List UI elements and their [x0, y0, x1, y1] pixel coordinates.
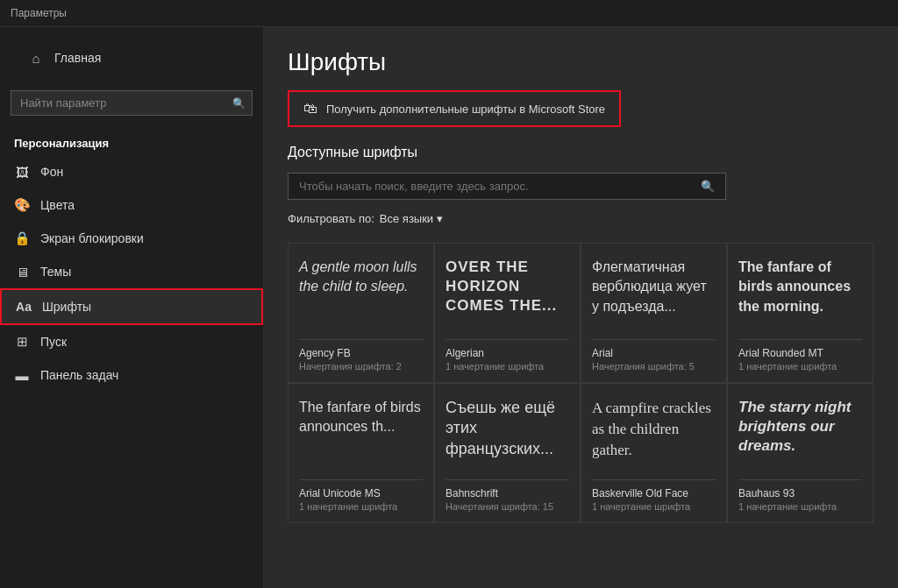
app-container: ⌂ Главная 🔍 Персонализация 🖼 Фон 🎨 Цвета… — [0, 27, 898, 588]
preview-text: Флегматичная верблюдица жует у подъезда.… — [592, 258, 716, 316]
home-icon: ⌂ — [28, 50, 44, 66]
fonts-grid: A gentle moon lulls the child to sleep. … — [288, 243, 873, 523]
font-name: Bauhaus 93 — [738, 487, 862, 499]
font-info: Baskerville Old Face 1 начертание шрифта — [592, 479, 716, 512]
font-info: Bauhaus 93 1 начертание шрифта — [738, 479, 862, 512]
sidebar-search-input[interactable] — [11, 90, 253, 116]
filter-value: Все языки — [380, 212, 433, 225]
sidebar-item-label: Пуск — [40, 335, 67, 349]
sidebar-home[interactable]: ⌂ Главная — [0, 27, 263, 83]
sidebar-item-label: Фон — [40, 165, 63, 179]
font-name: Bahnschrift — [445, 487, 569, 499]
preview-text: The fanfare of birds announces the morni… — [738, 258, 862, 316]
font-name: Agency FB — [299, 347, 423, 359]
sidebar-item-label: Экран блокировки — [40, 231, 144, 245]
preview-text: A campfire crackles as the children gath… — [592, 398, 716, 460]
sidebar-search-icon: 🔍 — [232, 97, 246, 110]
font-count: 1 начертание шрифта — [738, 361, 862, 372]
font-preview: The fanfare of birds announces the morni… — [738, 258, 862, 329]
font-card-agency-fb[interactable]: A gentle moon lulls the child to sleep. … — [288, 243, 434, 383]
font-count: 1 начертание шрифта — [592, 501, 716, 512]
ms-store-button[interactable]: 🛍 Получить дополнительные шрифты в Micro… — [288, 90, 621, 127]
font-name: Baskerville Old Face — [592, 487, 716, 499]
available-fonts-title: Доступные шрифты — [288, 145, 873, 160]
font-card-algerian[interactable]: OVER THE HORIZON COMES THE... Algerian 1… — [434, 243, 581, 383]
preview-text: OVER THE HORIZON COMES THE... — [445, 258, 569, 315]
sidebar-home-label: Главная — [54, 51, 101, 65]
fonts-icon: Aa — [16, 299, 32, 315]
sidebar-item-label: Цвета — [40, 198, 75, 212]
main-content: Шрифты 🛍 Получить дополнительные шрифты … — [263, 27, 898, 588]
sidebar-item-label: Шрифты — [42, 300, 91, 314]
font-count: Начертания шрифта: 15 — [445, 501, 569, 512]
font-info: Agency FB Начертания шрифта: 2 — [299, 339, 423, 372]
font-info: Arial Unicode MS 1 начертание шрифта — [299, 479, 423, 512]
font-count: 1 начертание шрифта — [299, 501, 423, 512]
lock-icon: 🔒 — [14, 230, 30, 246]
sidebar-search-container: 🔍 — [11, 90, 253, 116]
font-count: 1 начертание шрифта — [445, 361, 569, 372]
font-preview: OVER THE HORIZON COMES THE... — [445, 258, 569, 329]
font-preview: A campfire crackles as the children gath… — [592, 398, 716, 469]
font-name: Arial — [592, 347, 716, 359]
themes-icon: 🖥 — [14, 264, 30, 280]
preview-text: Съешь же ещё этих французских... — [445, 398, 569, 459]
filter-dropdown[interactable]: Все языки ▾ — [380, 212, 443, 225]
font-card-arial-unicode[interactable]: The fanfare of birds announces th... Ari… — [288, 383, 434, 523]
taskbar-icon: ▬ — [14, 367, 30, 383]
sidebar-section-label: Персонализация — [0, 126, 263, 155]
fonts-search-bar: 🔍 — [288, 173, 726, 200]
filter-row: Фильтровать по: Все языки ▾ — [288, 212, 873, 225]
font-count: 1 начертание шрифта — [738, 501, 862, 512]
titlebar: Параметры — [0, 0, 898, 27]
start-icon: ⊞ — [14, 334, 30, 350]
ms-store-button-label: Получить дополнительные шрифты в Microso… — [326, 103, 605, 116]
filter-label: Фильтровать по: — [288, 212, 374, 225]
font-preview: Съешь же ещё этих французских... — [445, 398, 569, 469]
sidebar-item-themes[interactable]: 🖥 Темы — [0, 255, 263, 288]
sidebar: ⌂ Главная 🔍 Персонализация 🖼 Фон 🎨 Цвета… — [0, 27, 263, 588]
font-name: Arial Unicode MS — [299, 487, 423, 499]
font-name: Algerian — [445, 347, 569, 359]
sidebar-item-fonts[interactable]: Aa Шрифты — [0, 288, 263, 325]
font-info: Arial Rounded MT 1 начертание шрифта — [738, 339, 862, 372]
titlebar-label: Параметры — [11, 7, 67, 19]
font-preview: A gentle moon lulls the child to sleep. — [299, 258, 423, 329]
font-card-arial-rounded[interactable]: The fanfare of birds announces the morni… — [727, 243, 873, 383]
preview-text: The starry night brightens our dreams. — [738, 398, 862, 456]
font-name: Arial Rounded MT — [738, 347, 862, 359]
sidebar-item-start[interactable]: ⊞ Пуск — [0, 325, 263, 358]
font-preview: Флегматичная верблюдица жует у подъезда.… — [592, 258, 716, 329]
sidebar-item-colors[interactable]: 🎨 Цвета — [0, 188, 263, 222]
store-icon: 🛍 — [303, 101, 317, 117]
page-title: Шрифты — [288, 48, 873, 76]
sidebar-item-label: Темы — [40, 265, 71, 279]
font-count: Начертания шрифта: 2 — [299, 361, 423, 372]
sidebar-item-background[interactable]: 🖼 Фон — [0, 155, 263, 188]
fonts-search-input[interactable] — [299, 180, 701, 193]
font-card-bauhaus[interactable]: The starry night brightens our dreams. B… — [727, 383, 873, 523]
chevron-down-icon: ▾ — [437, 212, 443, 225]
font-card-baskerville[interactable]: A campfire crackles as the children gath… — [581, 383, 727, 523]
font-card-bahnschrift[interactable]: Съешь же ещё этих французских... Bahnsch… — [434, 383, 581, 523]
preview-text: The fanfare of birds announces th... — [299, 398, 423, 437]
sidebar-item-label: Панель задач — [40, 368, 118, 382]
font-preview: The starry night brightens our dreams. — [738, 398, 862, 469]
font-preview: The fanfare of birds announces th... — [299, 398, 423, 469]
colors-icon: 🎨 — [14, 197, 30, 213]
background-icon: 🖼 — [14, 164, 30, 180]
preview-text: A gentle moon lulls the child to sleep. — [299, 258, 423, 297]
sidebar-item-lockscreen[interactable]: 🔒 Экран блокировки — [0, 222, 263, 255]
fonts-search-icon: 🔍 — [701, 180, 715, 193]
sidebar-item-home[interactable]: ⌂ Главная — [14, 41, 249, 74]
sidebar-item-taskbar[interactable]: ▬ Панель задач — [0, 358, 263, 392]
font-info: Arial Начертания шрифта: 5 — [592, 339, 716, 372]
font-count: Начертания шрифта: 5 — [592, 361, 716, 372]
font-info: Algerian 1 начертание шрифта — [445, 339, 569, 372]
font-info: Bahnschrift Начертания шрифта: 15 — [445, 479, 569, 512]
font-card-arial[interactable]: Флегматичная верблюдица жует у подъезда.… — [581, 243, 727, 383]
